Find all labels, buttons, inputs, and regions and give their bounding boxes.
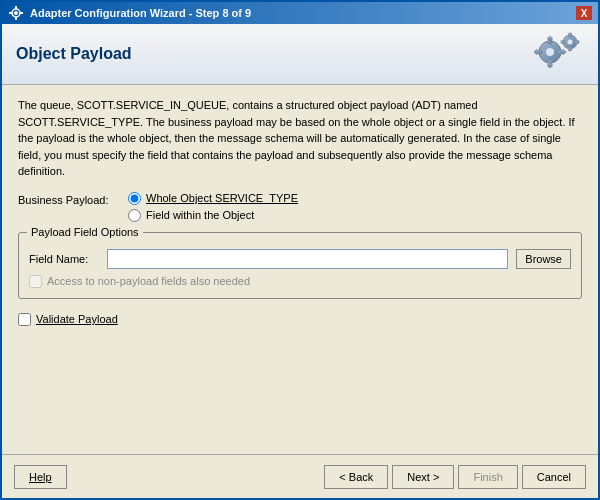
radio-options: Whole Object SERVICE_TYPE Field within t… (128, 192, 298, 222)
svg-point-1 (14, 11, 18, 15)
access-checkbox-label: Access to non-payload fields also needed (47, 275, 250, 287)
help-button[interactable]: Help (14, 465, 67, 489)
title-bar: Adapter Configuration Wizard - Step 8 of… (2, 2, 598, 24)
whole-object-radio-text: Whole Object SERVICE_TYPE (146, 192, 298, 204)
validate-payload-checkbox[interactable] (18, 313, 31, 326)
business-payload-row: Business Payload: Whole Object SERVICE_T… (18, 192, 582, 222)
validate-payload-label: Validate Payload (36, 313, 118, 325)
page-title: Object Payload (16, 45, 132, 63)
finish-button[interactable]: Finish (458, 465, 517, 489)
svg-rect-19 (569, 47, 572, 51)
description-text: The queue, SCOTT.SERVICE_IN_QUEUE, conta… (18, 97, 582, 180)
svg-point-7 (546, 48, 554, 56)
footer: Help < Back Next > Finish Cancel (2, 454, 598, 498)
svg-rect-20 (561, 41, 565, 44)
whole-object-radio-label[interactable]: Whole Object SERVICE_TYPE (128, 192, 298, 205)
validate-payload-row: Validate Payload (18, 313, 582, 326)
field-within-radio[interactable] (128, 209, 141, 222)
field-within-radio-label[interactable]: Field within the Object (128, 209, 298, 222)
back-button[interactable]: < Back (324, 465, 388, 489)
browse-button[interactable]: Browse (516, 249, 571, 269)
business-payload-label: Business Payload: (18, 192, 118, 206)
payload-field-options-group: Payload Field Options Field Name: Browse… (18, 232, 582, 299)
svg-point-17 (568, 40, 573, 45)
field-within-radio-text: Field within the Object (146, 209, 254, 221)
svg-rect-18 (569, 33, 572, 37)
svg-rect-2 (15, 6, 17, 9)
svg-rect-3 (15, 17, 17, 20)
title-bar-left: Adapter Configuration Wizard - Step 8 of… (8, 5, 251, 21)
next-button[interactable]: Next > (392, 465, 454, 489)
title-icon (8, 5, 24, 21)
content-area: The queue, SCOTT.SERVICE_IN_QUEUE, conta… (2, 85, 598, 454)
title-text: Adapter Configuration Wizard - Step 8 of… (30, 7, 251, 19)
header-band: Object Payload (2, 24, 598, 85)
footer-left: Help (14, 465, 67, 489)
footer-right: < Back Next > Finish Cancel (324, 465, 586, 489)
group-legend: Payload Field Options (27, 226, 143, 238)
svg-rect-21 (575, 41, 579, 44)
wizard-window: Adapter Configuration Wizard - Step 8 of… (0, 0, 600, 500)
access-checkbox[interactable] (29, 275, 42, 288)
header-gear-icon (532, 32, 584, 76)
field-name-row: Field Name: Browse (29, 249, 571, 269)
cancel-button[interactable]: Cancel (522, 465, 586, 489)
close-button[interactable]: X (576, 6, 592, 20)
svg-rect-4 (9, 12, 12, 14)
field-name-label: Field Name: (29, 253, 99, 265)
access-checkbox-row: Access to non-payload fields also needed (29, 275, 571, 288)
svg-rect-5 (20, 12, 23, 14)
field-name-input[interactable] (107, 249, 508, 269)
whole-object-radio[interactable] (128, 192, 141, 205)
